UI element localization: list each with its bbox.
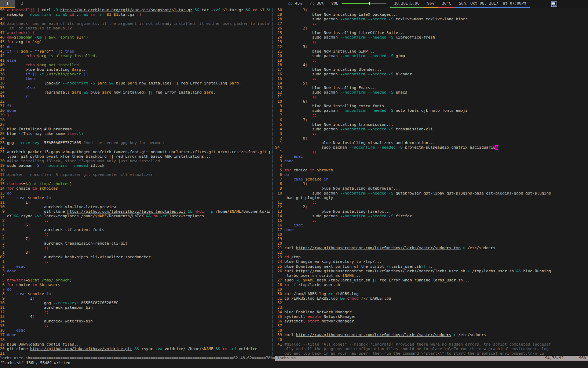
vim-pane-larbs-sh[interactable]: 30 1) 29 blue Now installing LaTeX packa… [275, 8, 588, 356]
code-token: --noconfirm [340, 72, 365, 76]
line-number: 22 [0, 145, 7, 150]
bar-module--45-: ⌂: 45% [284, 0, 306, 8]
code-token: ;; [44, 323, 49, 328]
line-number: 4 [0, 273, 7, 278]
code-line: 42 echo $arg is already installed. [0, 54, 270, 58]
line-number: 49 [0, 17, 7, 21]
code-line: larbs_user.sh script as $NAME... [275, 273, 588, 278]
code-line: 3 aurcheck transmission-remote-cli-git [0, 241, 270, 246]
systray[interactable] [551, 0, 557, 8]
code-token: /tmp/.choices [40, 182, 70, 186]
code-token: ;; [44, 232, 49, 237]
code-line: 8 1) [275, 182, 588, 186]
code-token: ... [354, 273, 361, 278]
code-line: 15 ;; [275, 218, 588, 223]
code-token: rm [285, 282, 289, 287]
code-line: 28 [0, 118, 270, 122]
code-token: ;; [312, 200, 317, 205]
code-token: -rf [230, 347, 237, 351]
code-token: $1 [223, 8, 227, 12]
code-token: 5 [285, 81, 306, 86]
code-token: -rf [160, 214, 167, 218]
code-token: aurcheck() [7, 30, 30, 35]
code-token: for [7, 40, 14, 44]
code-token: noto-fonts-cjk noto-fonts-emoji [393, 108, 468, 113]
line-number: 32 [275, 301, 285, 305]
code-line: 1 8) [0, 250, 270, 255]
code-token: cd [253, 8, 257, 12]
code-token: #dialog --title "All done!" --msgbox "Co… [285, 342, 551, 347]
line-number: 1 [0, 259, 7, 264]
code-line: 9 git clone https://github.com/lukesmith… [0, 209, 270, 214]
workspace-tag-1[interactable]: 1 [0, 0, 15, 8]
code-token: #aurcheck runs on each of its arguments,… [7, 21, 270, 26]
line-number: 41 [275, 342, 285, 347]
code-line: 16 esac [0, 328, 270, 333]
line-number: 45 [0, 40, 7, 44]
code-token: echo [26, 63, 35, 67]
code-line: 31 fi [0, 104, 270, 108]
code-token: $1 [260, 8, 264, 12]
code-token [386, 90, 389, 95]
workspace-tag-2[interactable]: 2 [15, 0, 29, 8]
line-number: 50 [0, 8, 7, 12]
line-number: 17 [275, 227, 285, 232]
code-token: https://raw.githubusercontent.com/LukeSm… [296, 246, 461, 250]
line-number: 18 [0, 168, 7, 172]
code-token: https://github.com/lukesmithxyz/latex-te… [67, 209, 186, 214]
code-token: /etc/sudoers [465, 246, 495, 250]
vim-pane-larbs-user-sh[interactable]: 50 aurinstall() { curl -O https://aur.ar… [0, 8, 270, 356]
code-token [37, 186, 40, 191]
code-token: { [37, 8, 40, 12]
code-token: blue Now installing visualizers and deco… [285, 141, 435, 145]
code-token: 2 [285, 205, 306, 209]
code-line: 6 do [275, 172, 588, 177]
code-line: 25 blue Downloading next portion of the … [275, 264, 588, 269]
code-token: $arg [204, 90, 214, 95]
code-token [365, 191, 368, 196]
bar-module-vol[interactable]: VOL [328, 0, 390, 8]
code-token: projectm-pulseaudio cmatrix asciiquariu [402, 145, 495, 150]
code-line: 26 blue Installing AUR programs... [0, 127, 270, 131]
code-line: 26 2) [275, 26, 588, 30]
code-token: voidrice/ /home/ [162, 347, 202, 351]
code-token: for [7, 282, 14, 287]
code-token: blue [116, 81, 127, 86]
vertical-split-separator[interactable]: | | | | | | | | | | | | | | | | | | | | … [270, 8, 275, 356]
code-token: pacman [19, 35, 35, 40]
code-token: https://raw.githubusercontent.com/LukeSm… [296, 269, 465, 273]
code-token: blender [393, 72, 412, 76]
code-token: ;; [312, 113, 317, 117]
code-line: 24 sudo pacman --noconfirm --needed -S l… [275, 35, 588, 40]
terminal-monitor-icon[interactable] [551, 1, 557, 7]
code-token [365, 35, 368, 40]
code-token: -S [389, 35, 393, 40]
code-token: $NAME [202, 347, 213, 351]
line-number: 36 [275, 319, 285, 323]
code-token: && [109, 81, 116, 86]
code-token: blue Running [523, 269, 551, 273]
code-token [386, 54, 389, 58]
volume-slider[interactable] [342, 3, 386, 4]
line-number: 7 [0, 287, 7, 292]
code-token: gimp [393, 54, 405, 58]
line-number: 26 [275, 26, 285, 30]
code-token: out and log back in as your new user, th… [285, 351, 544, 356]
code-line: 16 esac [275, 223, 588, 227]
code-token: && [243, 8, 253, 12]
code-line: 15 choices=$(cat /tmp/.choices) [0, 182, 270, 186]
code-token [301, 278, 303, 282]
code-token [285, 40, 312, 44]
code-token: $arg [72, 67, 81, 72]
code-line: 13 blue Now installing Emacs... [275, 86, 588, 90]
code-token: #Also installing i3lock, since i3-gaps w… [7, 159, 162, 163]
statusline-ruler-left: 62,48-62======78%= [233, 356, 275, 361]
line-number: 15 [0, 323, 7, 328]
code-token: $( [14, 35, 19, 40]
line-number [0, 154, 7, 159]
volume-knob[interactable] [369, 2, 370, 5]
code-token: blue Downloading config files... [7, 342, 81, 347]
code-token: rm [223, 347, 227, 351]
line-number: 6 [0, 282, 7, 287]
line-number: 47 [0, 30, 7, 35]
